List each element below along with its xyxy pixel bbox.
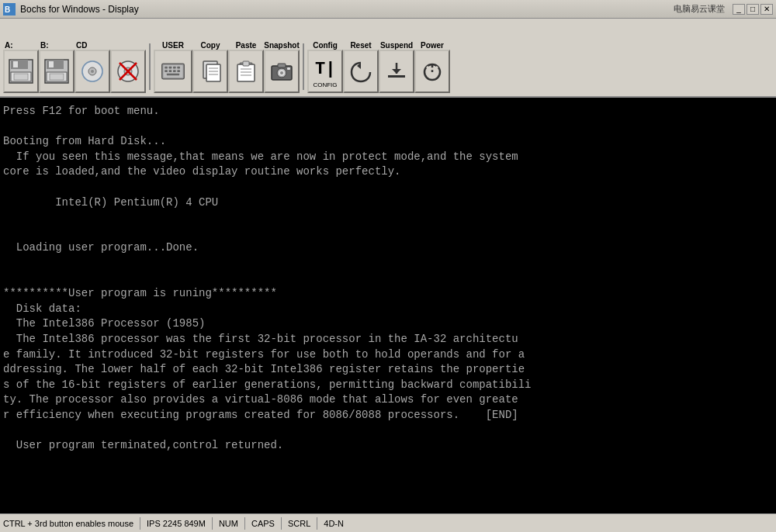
snapshot-group: Snapshot (264, 41, 300, 93)
toolbar-separator-1 (149, 43, 151, 90)
unmount-button[interactable] (110, 50, 146, 93)
console-line: ddressing. The lower half of each 32-bit… (3, 362, 773, 378)
paste-button[interactable] (228, 50, 264, 93)
copy-icon (197, 58, 223, 85)
unmount-icon (115, 58, 141, 85)
console-line: Press F12 for boot menu. (3, 104, 773, 119)
svg-rect-28 (169, 70, 172, 72)
window-title: Bochs for Windows - Display (20, 4, 139, 15)
console-line (3, 226, 773, 241)
toolbar: A: B: CD (0, 19, 776, 98)
suspend-icon (383, 58, 410, 85)
status-hint: CTRL + 3rd button enables mouse (3, 519, 133, 528)
cdrom-label: CD (76, 41, 87, 50)
console-line: Loading user program...Done. (3, 240, 773, 256)
console-line: r efficiency when executing programs cre… (3, 408, 773, 423)
power-label: Power (421, 41, 444, 50)
console-line: User program terminated,control returned… (3, 438, 773, 454)
console-line: Disk data: (3, 302, 773, 317)
user-button[interactable] (154, 50, 192, 93)
status-bar: CTRL + 3rd button enables mouse IPS 2245… (0, 513, 776, 532)
svg-text:B: B (5, 5, 10, 14)
cdrom-group: CD (74, 41, 110, 93)
status-sep-1 (140, 517, 140, 530)
config-button[interactable]: T| CONFIG (307, 50, 343, 93)
power-group: Power (414, 41, 450, 93)
maximize-button[interactable]: □ (747, 4, 759, 15)
cdrom-button[interactable] (74, 50, 110, 93)
minimize-button[interactable]: _ (733, 4, 745, 15)
close-button[interactable]: ✕ (760, 4, 773, 15)
reset-button[interactable] (343, 50, 379, 93)
console-line: The Intel386 Processor (1985) (3, 316, 773, 332)
status-coordinates: IPS 2245 849M (147, 519, 206, 528)
floppy-a-group: A: (3, 41, 39, 93)
title-bar-left: B Bochs for Windows - Display (3, 3, 139, 16)
floppy-a-icon (8, 58, 34, 85)
status-sep-2 (212, 517, 213, 530)
floppy-a-button[interactable] (3, 50, 39, 93)
unmount-label (112, 41, 114, 50)
status-sep-4 (281, 517, 282, 530)
status-sep-5 (317, 517, 317, 530)
console-line (3, 423, 773, 438)
copy-button[interactable] (192, 50, 228, 93)
console-area: Press F12 for boot menu. Booting from Ha… (0, 98, 776, 513)
cdrom-icon (79, 58, 106, 85)
floppy-a-label: A: (5, 41, 13, 50)
status-sep-3 (244, 517, 245, 530)
svg-rect-26 (177, 67, 180, 69)
chinese-title: 电脑易云课堂 (674, 3, 725, 15)
suspend-group: Suspend (379, 41, 414, 93)
svg-rect-25 (173, 67, 176, 69)
floppy-b-label: B: (40, 41, 49, 50)
svg-rect-9 (49, 61, 54, 67)
svg-rect-11 (50, 74, 64, 80)
console-line: e family. It introduced 32-bit registers… (3, 347, 773, 363)
unmount-group (110, 41, 146, 93)
snapshot-label: Snapshot (264, 41, 300, 50)
svg-rect-23 (165, 67, 168, 69)
bochs-app-icon: B (3, 3, 16, 16)
console-line: If you seen this message,that means we a… (3, 150, 773, 165)
config-sublabel: CONFIG (313, 81, 337, 88)
console-line (3, 180, 773, 195)
user-label: USER (162, 41, 184, 50)
status-mode: 4D-N (324, 519, 344, 528)
title-bar-right: 电脑易云课堂 _ □ ✕ (674, 3, 773, 15)
svg-point-14 (91, 70, 94, 73)
user-group: USER (154, 41, 192, 93)
toolbar-separator-2 (303, 43, 304, 90)
title-bar: B Bochs for Windows - Display 电脑易云课堂 _ □… (0, 0, 776, 19)
svg-rect-44 (278, 64, 286, 67)
paste-group: Paste (228, 41, 264, 93)
svg-rect-48 (287, 67, 290, 70)
svg-rect-4 (13, 61, 18, 67)
console-line: Booting from Hard Disk... (3, 134, 773, 150)
power-button[interactable] (414, 50, 450, 93)
svg-rect-27 (165, 70, 168, 72)
suspend-label: Suspend (380, 41, 413, 50)
console-line: ty. The processor also provides a virtua… (3, 392, 773, 408)
svg-text:T|: T| (315, 60, 335, 79)
config-icon: T| (312, 55, 338, 81)
reset-group: Reset (343, 41, 379, 93)
suspend-button[interactable] (379, 50, 414, 93)
svg-rect-30 (177, 70, 180, 72)
svg-rect-6 (14, 74, 28, 80)
snapshot-icon (268, 58, 295, 85)
floppy-b-icon (43, 58, 70, 85)
console-line (3, 210, 773, 226)
user-icon (160, 58, 186, 85)
paste-label: Paste (236, 41, 257, 50)
copy-group: Copy (192, 41, 228, 93)
console-line: core is loaded,and the video display rou… (3, 164, 773, 180)
snapshot-button[interactable] (264, 50, 300, 93)
floppy-b-button[interactable] (39, 50, 74, 93)
reset-label: Reset (350, 41, 371, 50)
svg-rect-50 (388, 75, 405, 78)
config-group: Config T| CONFIG (307, 41, 343, 93)
config-label: Config (313, 41, 338, 50)
status-num: NUM (219, 519, 238, 528)
copy-label: Copy (201, 41, 220, 50)
